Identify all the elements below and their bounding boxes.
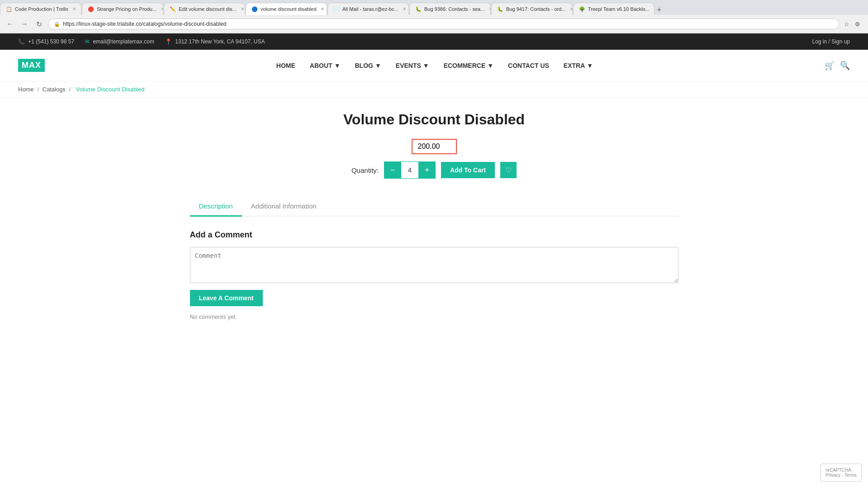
topbar-left: 📞 +1 (541) 530 98 57 ✉ email@templatemax… xyxy=(18,38,265,45)
forward-button[interactable]: → xyxy=(18,18,31,30)
main-content: Volume Discount Disabled Quantity: − 4 +… xyxy=(172,98,697,334)
tab-close-6[interactable]: × xyxy=(489,6,491,12)
browser-tab-3[interactable]: ✏️ Edit volume discount dis... × xyxy=(164,3,245,15)
comment-textarea[interactable] xyxy=(190,247,678,283)
extra-chevron-icon: ▼ xyxy=(587,62,593,69)
email-icon: ✉ xyxy=(85,38,90,45)
phone-info: 📞 +1 (541) 530 98 57 xyxy=(18,38,74,45)
browser-tab-7[interactable]: 🐛 Bug 9417: Contacts - ord... × xyxy=(491,3,573,15)
tab-favicon-4: 🔵 xyxy=(251,6,258,12)
breadcrumb-home[interactable]: Home xyxy=(18,86,34,93)
tab-title-7: Bug 9417: Contacts - ord... xyxy=(506,6,565,12)
tab-close-7[interactable]: × xyxy=(570,6,573,12)
quantity-controls: − 4 + xyxy=(384,161,436,179)
tab-favicon-7: 🐛 xyxy=(497,6,503,12)
browser-tab-8[interactable]: 🌳 Treepl Team v6.10 Backlo... × xyxy=(573,3,655,15)
lock-icon: 🔒 xyxy=(54,21,60,27)
tab-title-1: Code Production | Trello xyxy=(15,6,68,12)
tab-favicon-6: 🐛 xyxy=(415,6,422,12)
no-comments-text: No comments yet xyxy=(190,313,678,320)
product-title: Volume Discount Disabled xyxy=(190,111,678,128)
tab-close-2[interactable]: × xyxy=(161,6,163,12)
tab-close-8[interactable]: × xyxy=(654,6,655,12)
browser-tab-1[interactable]: 📋 Code Production | Trello × xyxy=(0,3,81,15)
browser-chrome: 📋 Code Production | Trello × 🔴 Strange P… xyxy=(0,0,868,33)
search-button[interactable]: 🔍 xyxy=(840,61,850,71)
location-icon: 📍 xyxy=(165,38,172,45)
tab-title-8: Treepl Team v6.10 Backlo... xyxy=(588,6,650,12)
nav-icons: 🛒 🔍 xyxy=(825,61,850,71)
topbar-right[interactable]: Log in / Sign up xyxy=(812,38,850,45)
nav-about[interactable]: ABOUT ▼ xyxy=(304,58,346,73)
nav-events[interactable]: EVENTS ▼ xyxy=(390,58,435,73)
ecommerce-chevron-icon: ▼ xyxy=(487,62,493,69)
comment-section-title: Add a Comment xyxy=(190,230,678,240)
bookmark-button[interactable]: ☆ xyxy=(842,20,852,28)
address-info: 📍 1312 17th New York, CA 94107, USA xyxy=(165,38,265,45)
breadcrumb-catalogs[interactable]: Catalogs xyxy=(43,86,66,93)
browser-tab-6[interactable]: 🐛 Bug 9386: Contacts - sea... × xyxy=(409,3,491,15)
tab-close-3[interactable]: × xyxy=(241,6,244,12)
tab-close-4[interactable]: × xyxy=(321,6,324,12)
login-link[interactable]: Log in / Sign up xyxy=(812,38,850,45)
tab-close-1[interactable]: × xyxy=(73,6,76,12)
tab-close-5[interactable]: × xyxy=(403,6,406,12)
tab-favicon-8: 🌳 xyxy=(579,6,585,12)
nav-home[interactable]: HOME xyxy=(271,58,301,73)
breadcrumb-sep-1: / xyxy=(37,86,40,93)
tab-favicon-1: 📋 xyxy=(6,6,12,12)
new-tab-button[interactable]: + xyxy=(655,5,664,15)
quantity-decrease-button[interactable]: − xyxy=(384,162,401,178)
tab-favicon-5: ✉️ xyxy=(333,6,340,12)
header: MAX HOME ABOUT ▼ BLOG ▼ EVENTS ▼ ECOMMER… xyxy=(0,50,868,81)
tab-bar: 📋 Code Production | Trello × 🔴 Strange P… xyxy=(0,0,868,15)
nav-extra[interactable]: EXTRA ▼ xyxy=(558,58,598,73)
tab-favicon-3: ✏️ xyxy=(170,6,176,12)
leave-comment-button[interactable]: Leave A Comment xyxy=(190,290,263,306)
tab-description[interactable]: Description xyxy=(190,197,242,217)
add-to-cart-button[interactable]: Add To Cart xyxy=(441,162,495,178)
tab-title-6: Bug 9386: Contacts - sea... xyxy=(424,6,484,12)
quantity-label: Quantity: xyxy=(351,166,379,174)
reload-button[interactable]: ↻ xyxy=(33,18,45,30)
quantity-row: Quantity: − 4 + Add To Cart ♡ xyxy=(190,161,678,179)
nav-blog[interactable]: BLOG ▼ xyxy=(349,58,386,73)
logo-box: MAX xyxy=(18,59,45,72)
browser-tab-5[interactable]: ✉️ All Mail - taras.r@ez-bc... × xyxy=(327,3,409,15)
breadcrumb: Home / Catalogs / Volume Discount Disabl… xyxy=(0,81,868,98)
email-info: ✉ email@templatemax.com xyxy=(85,38,154,45)
breadcrumb-sep-2: / xyxy=(69,86,72,93)
url-bar[interactable]: 🔒 https://linux-stage-site.trialsite.co/… xyxy=(48,19,839,29)
events-chevron-icon: ▼ xyxy=(423,62,429,69)
price-row xyxy=(190,139,678,154)
browser-tab-2[interactable]: 🔴 Strange Pricing on Produ... × xyxy=(82,3,163,15)
tab-favicon-2: 🔴 xyxy=(88,6,94,12)
quantity-increase-button[interactable]: + xyxy=(419,162,435,178)
browser-nav-buttons: ← → ↻ xyxy=(4,18,45,30)
comment-section: Add a Comment Leave A Comment No comment… xyxy=(190,230,678,320)
main-nav: HOME ABOUT ▼ BLOG ▼ EVENTS ▼ ECOMMERCE ▼… xyxy=(271,58,598,73)
quantity-value: 4 xyxy=(401,162,419,178)
cart-button[interactable]: 🛒 xyxy=(825,61,835,71)
tab-title-2: Strange Pricing on Produ... xyxy=(97,6,157,12)
extensions-button[interactable]: ⚙ xyxy=(853,20,863,28)
tab-title-3: Edit volume discount dis... xyxy=(179,6,237,12)
back-button[interactable]: ← xyxy=(4,18,16,30)
nav-ecommerce[interactable]: ECOMMERCE ▼ xyxy=(438,58,499,73)
topbar: 📞 +1 (541) 530 98 57 ✉ email@templatemax… xyxy=(0,33,868,50)
price-input[interactable] xyxy=(412,139,457,154)
browser-actions: ☆ ⚙ xyxy=(842,20,864,28)
tab-title-5: All Mail - taras.r@ez-bc... xyxy=(342,6,398,12)
address-bar: ← → ↻ 🔒 https://linux-stage-site.trialsi… xyxy=(0,15,868,33)
product-tabs: Description Additional Information xyxy=(190,197,678,217)
about-chevron-icon: ▼ xyxy=(334,62,341,69)
browser-tab-4[interactable]: 🔵 volume discount disabled × xyxy=(246,3,327,15)
heart-icon: ♡ xyxy=(505,166,512,175)
tab-additional-info[interactable]: Additional Information xyxy=(242,197,326,217)
phone-icon: 📞 xyxy=(18,38,25,45)
logo[interactable]: MAX xyxy=(18,59,45,72)
tab-title-4: volume discount disabled xyxy=(261,6,317,12)
breadcrumb-current: Volume Discount Disabled xyxy=(76,86,145,93)
nav-contact[interactable]: CONTACT US xyxy=(503,58,555,73)
wishlist-button[interactable]: ♡ xyxy=(500,162,517,178)
